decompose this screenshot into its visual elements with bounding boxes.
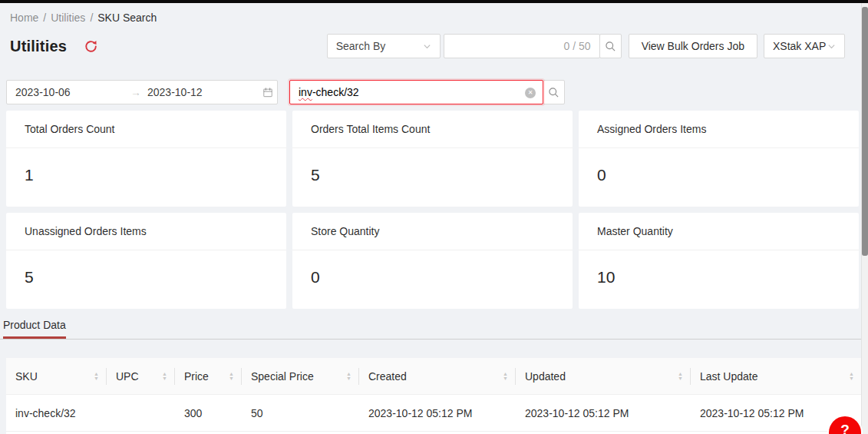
breadcrumb-sku-search: SKU Search bbox=[97, 12, 157, 24]
stat-value: 5 bbox=[6, 250, 286, 309]
stat-label: Unassigned Orders Items bbox=[6, 213, 286, 250]
search-by-select[interactable]: Search By bbox=[327, 34, 441, 58]
table-row: inv-check/32 300 50 2023-10-12 05:12 PM … bbox=[6, 395, 862, 432]
sort-icon[interactable]: ▲▼ bbox=[849, 372, 854, 381]
stat-value: 5 bbox=[292, 148, 573, 207]
range-arrow-icon: → bbox=[130, 86, 141, 98]
search-button[interactable] bbox=[599, 34, 622, 58]
breadcrumb-utilities[interactable]: Utilities bbox=[51, 12, 85, 24]
sort-icon[interactable]: ▲▼ bbox=[94, 372, 99, 381]
breadcrumb-separator: / bbox=[90, 12, 93, 24]
search-icon bbox=[548, 87, 559, 98]
stat-label: Assigned Orders Items bbox=[579, 111, 859, 148]
cell-created: 2023-10-12 05:12 PM bbox=[359, 395, 516, 431]
sort-icon[interactable]: ▲▼ bbox=[678, 372, 683, 381]
reload-icon bbox=[84, 39, 98, 54]
page-title: Utilities bbox=[10, 38, 67, 55]
sort-icon[interactable]: ▲▼ bbox=[162, 372, 167, 381]
calendar-icon[interactable] bbox=[262, 87, 273, 98]
search-value-field: 0 / 50 bbox=[444, 34, 600, 58]
stats-grid-row-1: Total Orders Count 1 Orders Total Items … bbox=[6, 111, 859, 207]
product-data-table: SKU ▲▼ UPC ▲▼ Price ▲▼ Special Price ▲▼ … bbox=[6, 358, 862, 434]
search-by-value: Search By bbox=[336, 40, 386, 52]
breadcrumb-home[interactable]: Home bbox=[10, 12, 38, 24]
sku-search-input[interactable] bbox=[299, 86, 521, 98]
sku-search-button[interactable] bbox=[543, 80, 565, 104]
stat-label: Orders Total Items Count bbox=[292, 111, 573, 148]
stat-card-master-quantity: Master Quantity 10 bbox=[579, 213, 859, 309]
column-label: Updated bbox=[525, 370, 566, 383]
end-date-input[interactable] bbox=[147, 86, 262, 98]
sku-search-page: Home/Utilities/SKU Search Utilities Sear… bbox=[0, 0, 868, 434]
stat-value: 0 bbox=[579, 148, 859, 207]
sort-icon[interactable]: ▲▼ bbox=[229, 372, 234, 381]
chevron-down-icon bbox=[423, 42, 431, 51]
tab-product-data[interactable]: Product Data bbox=[3, 319, 66, 339]
column-label: Price bbox=[184, 370, 209, 383]
stat-label: Total Orders Count bbox=[6, 111, 286, 148]
stat-value: 0 bbox=[292, 250, 573, 309]
stat-card-store-quantity: Store Quantity 0 bbox=[292, 213, 573, 309]
column-label: Special Price bbox=[251, 370, 314, 383]
help-button-label: ? bbox=[840, 422, 850, 434]
sku-search-field: inv ✕ bbox=[289, 80, 543, 104]
stats-grid-row-2: Unassigned Orders Items 5 Store Quantity… bbox=[6, 213, 859, 309]
cell-sku: inv-check/32 bbox=[6, 395, 107, 431]
stat-value: 10 bbox=[579, 250, 859, 309]
filters-row: → inv ✕ bbox=[6, 80, 868, 104]
cell-special-price: 50 bbox=[242, 395, 359, 431]
stat-label: Store Quantity bbox=[292, 213, 573, 250]
column-label: Last Update bbox=[700, 370, 758, 383]
stat-card-total-orders-count: Total Orders Count 1 bbox=[6, 111, 286, 207]
stat-value: 1 bbox=[6, 148, 286, 207]
sort-icon[interactable]: ▲▼ bbox=[503, 372, 508, 381]
sort-icon[interactable]: ▲▼ bbox=[346, 372, 351, 381]
column-header-upc[interactable]: UPC ▲▼ bbox=[107, 358, 175, 394]
view-bulk-orders-label: View Bulk Orders Job bbox=[642, 40, 744, 52]
breadcrumb: Home/Utilities/SKU Search bbox=[10, 12, 868, 25]
clear-input-icon[interactable]: ✕ bbox=[525, 88, 536, 98]
refresh-button[interactable] bbox=[82, 38, 99, 55]
search-icon bbox=[605, 41, 616, 52]
start-date-input[interactable] bbox=[15, 86, 130, 98]
stat-label: Master Quantity bbox=[579, 213, 859, 250]
breadcrumb-separator: / bbox=[43, 12, 46, 24]
column-header-sku[interactable]: SKU ▲▼ bbox=[6, 358, 107, 394]
column-label: SKU bbox=[15, 370, 38, 383]
search-value-input[interactable] bbox=[453, 40, 559, 52]
stat-card-assigned-orders-items: Assigned Orders Items 0 bbox=[579, 111, 859, 207]
column-label: UPC bbox=[116, 370, 139, 383]
column-header-last-update[interactable]: Last Update ▲▼ bbox=[691, 358, 862, 394]
vertical-scrollbar[interactable] bbox=[861, 3, 868, 434]
toolbar: Search By 0 / 50 View Bulk Orders Job XS… bbox=[327, 34, 845, 58]
view-bulk-orders-button[interactable]: View Bulk Orders Job bbox=[629, 34, 757, 58]
scrollbar-thumb[interactable] bbox=[862, 7, 868, 256]
column-header-updated[interactable]: Updated ▲▼ bbox=[516, 358, 691, 394]
date-range-picker[interactable]: → bbox=[6, 80, 278, 104]
stat-card-orders-total-items-count: Orders Total Items Count 5 bbox=[292, 111, 573, 207]
cell-price: 300 bbox=[175, 395, 242, 431]
table-header-row: SKU ▲▼ UPC ▲▼ Price ▲▼ Special Price ▲▼ … bbox=[6, 358, 862, 395]
cell-updated: 2023-10-12 05:12 PM bbox=[516, 395, 691, 431]
column-header-created[interactable]: Created ▲▼ bbox=[359, 358, 516, 394]
column-header-price[interactable]: Price ▲▼ bbox=[175, 358, 242, 394]
page-header: Utilities Search By 0 / 50 bbox=[10, 34, 845, 58]
stat-card-unassigned-orders-items: Unassigned Orders Items 5 bbox=[6, 213, 286, 309]
char-counter: 0 / 50 bbox=[564, 40, 591, 52]
store-select-value: XStak XAP bbox=[773, 40, 826, 52]
top-edge-bar bbox=[0, 0, 868, 3]
column-label: Created bbox=[368, 370, 407, 383]
column-header-special-price[interactable]: Special Price ▲▼ bbox=[242, 358, 359, 394]
cell-upc bbox=[107, 395, 175, 431]
tab-bar: Product Data bbox=[0, 319, 868, 340]
store-select[interactable]: XStak XAP bbox=[764, 34, 845, 58]
chevron-down-icon bbox=[827, 42, 836, 51]
